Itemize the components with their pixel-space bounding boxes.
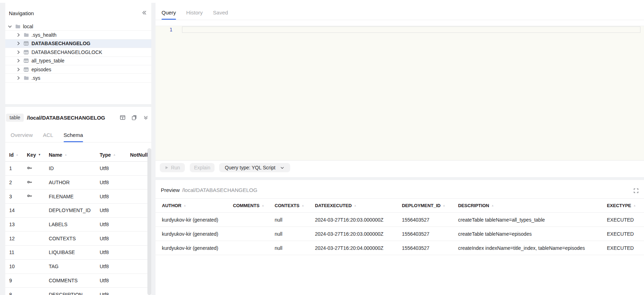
schema-column-header-id[interactable]: Id▲ [9, 152, 27, 158]
collapse-sidebar-button[interactable] [141, 9, 148, 17]
schema-column-label: Id [9, 152, 13, 158]
preview-cell-dateexecuted: 2024-03-27T16:20:04.000000Z [315, 245, 402, 251]
preview-cell-contexts: null [275, 245, 315, 251]
schema-row-labels: 13LABELSUtf8 [5, 218, 147, 232]
schema-column-label: Type [100, 152, 111, 158]
chevron-right-icon[interactable] [16, 32, 21, 37]
preview-column-label: CONTEXTS [275, 203, 299, 208]
preview-cell-dateexecuted: 2024-03-27T16:20:03.000000Z [315, 231, 402, 237]
tab-query[interactable]: Query [162, 10, 176, 20]
schema-cell-type: Utf8 [100, 236, 130, 241]
tree-item-.sys[interactable]: .sys [5, 74, 151, 82]
tree-item-label: DATABASECHANGELOG [31, 41, 90, 46]
schema-cell-name: AUTHOR [49, 180, 100, 185]
preview-path: /local/DATABASECHANGELOG [182, 187, 257, 193]
tab-saved[interactable]: Saved [213, 10, 228, 20]
preview-cell-deployment_id: 1556403527 [402, 245, 458, 251]
schema-scrollbar[interactable] [147, 148, 151, 295]
chevron-double-down-button[interactable] [142, 114, 149, 121]
preview-column-header-description[interactable]: DESCRIPTION▲ [458, 203, 607, 208]
run-button[interactable]: Run [160, 163, 185, 172]
chevron-right-icon[interactable] [16, 41, 21, 46]
schema-cell-key [27, 193, 49, 200]
tree-item-.sys_health[interactable]: .sys_health [5, 31, 151, 39]
schema-cell-type: Utf8 [100, 194, 130, 199]
schema-table: Id▲Key▼Name▲Type▲NotNull▲1IDUtf82AUTHORU… [5, 148, 147, 295]
preview-column-header-dateexecuted[interactable]: DATEEXECUTED▲ [315, 203, 402, 208]
schema-cell-id: 8 [9, 292, 27, 295]
schema-row-liquibase: 11LIQUIBASEUtf8 [5, 246, 147, 260]
preview-cell-description: createTable tableName=episodes [458, 231, 607, 237]
fullscreen-icon [633, 188, 639, 194]
schema-column-header-type[interactable]: Type▲ [100, 152, 130, 158]
tree-item-all_types_table[interactable]: all_types_table [5, 57, 151, 65]
schema-row-tag: 10TAGUtf8 [5, 260, 147, 274]
schema-cell-type: Utf8 [100, 222, 130, 227]
sort-asc-icon: ▲ [113, 153, 116, 156]
preview-column-header-exectype[interactable]: EXECTYPE▲ [607, 203, 644, 208]
tab-schema[interactable]: Schema [64, 132, 83, 142]
preview-cell-contexts: null [275, 217, 315, 223]
explain-button[interactable]: Explain [190, 163, 215, 172]
preview-cell-description: createIndex indexName=title_index, table… [458, 245, 607, 251]
tree-item-DATABASECHANGELOGLOCK[interactable]: DATABASECHANGELOGLOCK [5, 48, 151, 56]
schema-cell-name: COMMENTS [49, 278, 100, 283]
schema-column-label: Key [27, 152, 36, 158]
chevron-right-icon[interactable] [16, 50, 21, 55]
preview-cell-exectype: EXECUTED [607, 231, 644, 237]
query-editor[interactable]: 1 [156, 26, 644, 161]
table-icon [23, 50, 29, 55]
sort-asc-icon: ▲ [301, 204, 304, 207]
sort-asc-icon: ▲ [491, 204, 494, 207]
fullscreen-button[interactable] [633, 187, 639, 195]
query-type-select[interactable]: Query type: YQL Script [219, 163, 290, 172]
object-summary-panel: table /local/DATABASECHANGELOG OverviewA… [5, 107, 151, 295]
sort-asc-icon: ▲ [443, 204, 445, 207]
schema-column-label: Name [49, 152, 62, 158]
preview-column-label: DESCRIPTION [458, 203, 489, 208]
tab-overview[interactable]: Overview [11, 132, 33, 142]
schema-cell-name: LABELS [49, 222, 100, 227]
tree-item-episodes[interactable]: episodes [5, 65, 151, 74]
tab-acl[interactable]: ACL [43, 132, 53, 142]
run-button-label: Run [171, 165, 180, 170]
app-root: Navigation local.sys_healthDATABASECHANG… [0, 0, 644, 295]
tree-item-DATABASECHANGELOG[interactable]: DATABASECHANGELOG [5, 40, 151, 48]
schema-column-header-key[interactable]: Key▼ [27, 152, 49, 158]
preview-column-header-author[interactable]: AUTHOR▲ [162, 203, 233, 208]
tree-item-local[interactable]: local [5, 22, 151, 31]
schema-cell-name: FILENAME [49, 194, 100, 199]
preview-cell-deployment_id: 1556403527 [402, 217, 458, 223]
table-view-button[interactable] [119, 114, 126, 121]
chevron-right-icon[interactable] [16, 67, 21, 72]
chevron-right-icon[interactable] [16, 76, 21, 80]
query-panel: QueryHistorySaved 1 Run Explain Query ty… [156, 3, 644, 177]
folder-icon [23, 76, 29, 80]
sort-asc-icon: ▲ [633, 204, 636, 207]
chevron-right-icon[interactable] [16, 58, 21, 63]
object-path: /local/DATABASECHANGELOG [27, 115, 105, 121]
schema-cell-id: 2 [9, 180, 27, 185]
preview-table: AUTHOR▲COMMENTS▲CONTEXTS▲DATEEXECUTED▲DE… [156, 198, 644, 255]
chevron-down-icon[interactable] [7, 24, 12, 29]
schema-column-header-name[interactable]: Name▲ [49, 152, 100, 158]
preview-table-header: AUTHOR▲COMMENTS▲CONTEXTS▲DATEEXECUTED▲DE… [156, 198, 644, 213]
schema-row-id: 1IDUtf8 [5, 162, 147, 176]
sort-asc-icon: ▲ [354, 204, 357, 207]
preview-column-label: EXECTYPE [607, 203, 631, 208]
preview-column-header-deployment_id[interactable]: DEPLOYMENT_ID▲ [402, 203, 458, 208]
navigation-panel: Navigation local.sys_healthDATABASECHANG… [5, 3, 151, 104]
query-type-label: Query type: YQL Script [225, 165, 275, 170]
folder-icon [15, 24, 21, 29]
sort-asc-icon: ▲ [64, 153, 67, 156]
tab-history[interactable]: History [186, 10, 203, 20]
schema-cell-id: 11 [9, 249, 27, 255]
preview-cell-exectype: EXECUTED [607, 217, 644, 223]
preview-column-header-comments[interactable]: COMMENTS▲ [233, 203, 275, 208]
editor-current-line [182, 26, 640, 33]
copy-button[interactable] [131, 114, 138, 121]
schema-cell-type: Utf8 [100, 292, 130, 295]
preview-column-header-contexts[interactable]: CONTEXTS▲ [275, 203, 315, 208]
preview-panel: Preview /local/DATABASECHANGELOG AUTHOR▲… [156, 180, 644, 295]
explain-button-label: Explain [194, 165, 210, 170]
